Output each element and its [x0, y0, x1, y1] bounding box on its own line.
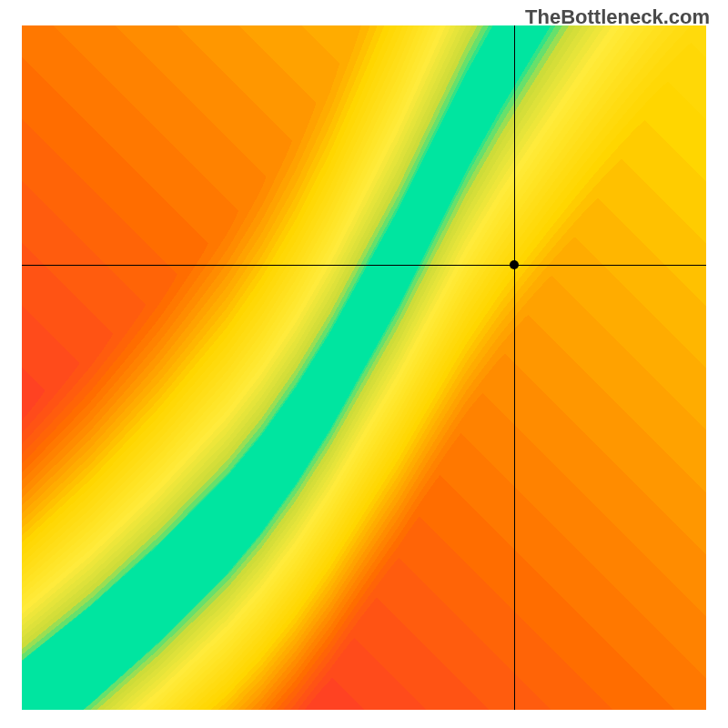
crosshair-vertical [514, 25, 515, 710]
crosshair-horizontal [22, 265, 706, 266]
heatmap-plot [22, 25, 706, 710]
data-point-marker [510, 260, 519, 269]
watermark-text: TheBottleneck.com [525, 5, 710, 29]
heatmap-canvas [22, 25, 706, 710]
